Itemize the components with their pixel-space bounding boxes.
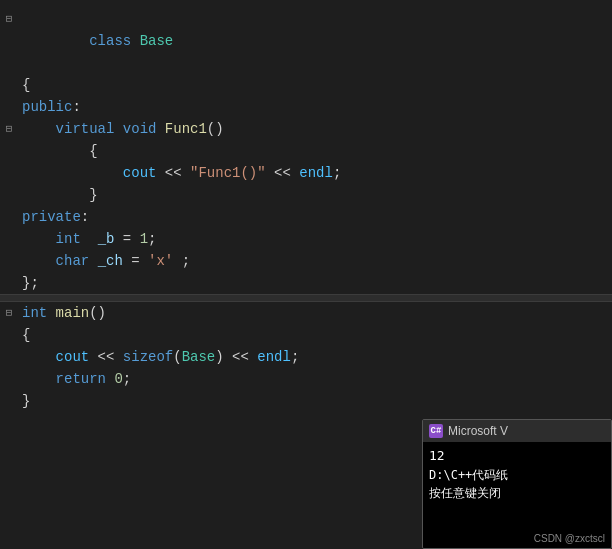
popup-footer: CSDN @zxctscl (534, 533, 605, 544)
code-line: { (0, 140, 612, 162)
code-content: } (18, 390, 612, 412)
popup-title-text: Microsoft V (448, 424, 508, 438)
section-divider (0, 294, 612, 302)
code-content: class Base (18, 8, 612, 74)
code-line: ⊟ virtual void Func1() (0, 118, 612, 140)
code-content: } (18, 184, 612, 206)
code-line: return 0; (0, 368, 612, 390)
popup-output-number: 12 (429, 446, 605, 466)
popup-titlebar: C# Microsoft V (423, 420, 611, 442)
code-line: ⊟ class Base (0, 8, 612, 74)
code-line: char _ch = 'x' ; (0, 250, 612, 272)
code-content: { (18, 74, 612, 96)
code-content: int main() (18, 302, 612, 324)
code-line: { (0, 74, 612, 96)
fold-indicator[interactable]: ⊟ (0, 302, 18, 324)
code-line: } (0, 390, 612, 412)
code-content: private: (18, 206, 612, 228)
code-content: }; (18, 272, 612, 294)
code-content: char _ch = 'x' ; (18, 250, 612, 272)
code-content: public: (18, 96, 612, 118)
code-line: ⊟ int main() (0, 302, 612, 324)
popup-output-path: D:\C++代码纸 (429, 466, 605, 484)
popup-overlay: C# Microsoft V 12 D:\C++代码纸 按任意键关闭 CSDN … (422, 419, 612, 549)
code-line: cout << "Func1()" << endl; (0, 162, 612, 184)
popup-icon: C# (429, 424, 443, 438)
code-line: { (0, 324, 612, 346)
fold-indicator[interactable]: ⊟ (0, 8, 18, 30)
fold-indicator[interactable]: ⊟ (0, 118, 18, 140)
code-editor: ⊟ class Base { public: ⊟ virtual void Fu… (0, 0, 612, 549)
code-content: cout << "Func1()" << endl; (18, 162, 612, 184)
code-content: virtual void Func1() (18, 118, 612, 140)
code-content: int _b = 1; (18, 228, 612, 250)
code-line: cout << sizeof(Base) << endl; (0, 346, 612, 368)
popup-terminal: C# Microsoft V 12 D:\C++代码纸 按任意键关闭 CSDN … (422, 419, 612, 549)
code-content: { (18, 140, 612, 162)
popup-output-hint: 按任意键关闭 (429, 484, 605, 502)
code-line: } (0, 184, 612, 206)
code-area: ⊟ class Base { public: ⊟ virtual void Fu… (0, 0, 612, 549)
code-line: }; (0, 272, 612, 294)
code-line: public: (0, 96, 612, 118)
code-line: private: (0, 206, 612, 228)
code-line: int _b = 1; (0, 228, 612, 250)
code-content: { (18, 324, 612, 346)
code-content: return 0; (18, 368, 612, 390)
code-content: cout << sizeof(Base) << endl; (18, 346, 612, 368)
